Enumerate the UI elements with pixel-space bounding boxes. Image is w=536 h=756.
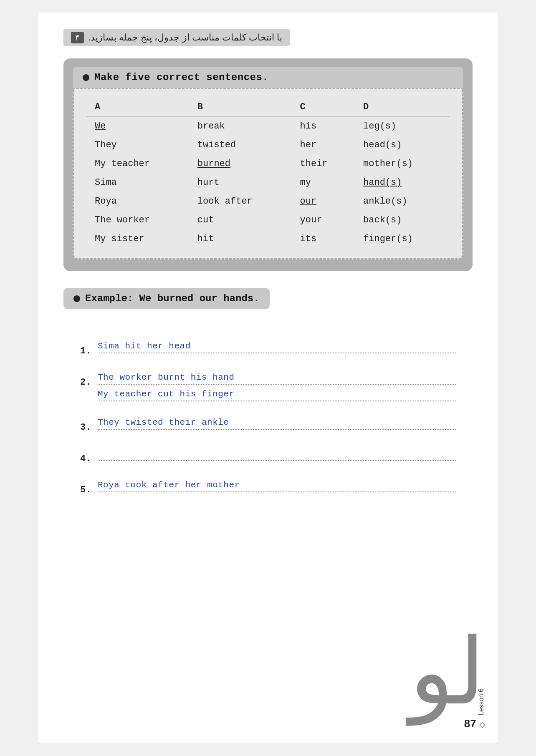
table-row: My teacherburnedtheirmother(s) (86, 154, 450, 173)
answer-line: My teacher cut his finger (98, 386, 456, 401)
bullet-dot-icon (83, 74, 89, 81)
table-card-header: Make five correct sentences. (73, 67, 463, 88)
answer-number: 3. (80, 415, 93, 433)
answer-text: Roya took after her mother (98, 480, 240, 490)
col-header-b: B (189, 98, 292, 117)
cell-c-6: its (292, 229, 355, 248)
answer-number: 4. (80, 446, 93, 464)
cell-d-2: mother(s) (355, 154, 450, 173)
cell-c-3: my (292, 173, 355, 192)
table-row: The workercutyourback(s) (86, 211, 450, 229)
cell-d-3: hand(s) (355, 173, 450, 192)
answer-text: My teacher cut his finger (98, 389, 235, 399)
instruction-box: با انتخاب کلمات مناسب از جدول، پنج جمله … (63, 29, 290, 46)
page-footer: Lesson 6 87 ◇ (464, 688, 485, 730)
answer-lines: Sima hit her head (98, 338, 456, 353)
cell-a-6: My sister (86, 229, 189, 248)
cell-b-0: break (189, 117, 292, 136)
table-row: My sisterhititsfinger(s) (86, 229, 450, 248)
answer-number: 1. (80, 338, 93, 356)
table-row: Royalook afterourankle(s) (86, 192, 450, 211)
cell-a-5: The worker (86, 211, 189, 229)
answer-lines (98, 446, 456, 461)
answer-text: The worker burnt his hand (98, 373, 235, 382)
answer-number: 2. (80, 370, 93, 388)
cell-b-3: hurt (189, 173, 292, 192)
cell-b-2: burned (189, 154, 292, 173)
col-header-d: D (355, 98, 450, 117)
cell-a-2: My teacher (86, 154, 189, 173)
cell-d-4: ankle(s) (355, 192, 450, 211)
answer-line: The worker burnt his hand (98, 370, 456, 385)
table-card-title: Make five correct sentences. (94, 72, 268, 83)
cell-c-1: her (292, 136, 355, 154)
cell-b-6: hit (189, 229, 292, 248)
answers-section: 1.Sima hit her head2.The worker burnt hi… (63, 338, 473, 495)
answer-item: 4. (80, 446, 456, 464)
col-header-c: C (292, 98, 355, 117)
page-number: 87 ◇ (464, 717, 485, 730)
answer-lines-double: The worker burnt his handMy teacher cut … (98, 370, 456, 401)
table-row: Webreakhisleg(s) (86, 117, 450, 136)
answer-lines: They twisted their ankle (98, 415, 456, 430)
example-bullet-icon (73, 295, 80, 302)
answer-text: They twisted their ankle (98, 418, 229, 427)
answer-line: Roya took after her mother (98, 477, 456, 492)
table-row: Theytwistedherhead(s) (86, 136, 450, 154)
col-header-a: A (86, 98, 189, 117)
table-card: Make five correct sentences. A B C D Web… (63, 58, 473, 271)
lesson-label: Lesson 6 (478, 688, 485, 716)
cell-c-2: their (292, 154, 355, 173)
answer-line: Sima hit her head (98, 338, 456, 353)
cell-c-5: your (292, 211, 355, 229)
cell-c-4: our (292, 192, 355, 211)
instruction-number: ۴ (71, 32, 84, 43)
answer-item: 5.Roya took after her mother (80, 477, 456, 495)
word-table: A B C D Webreakhisleg(s)Theytwistedherhe… (86, 98, 450, 248)
cell-a-4: Roya (86, 192, 189, 211)
cell-b-1: twisted (189, 136, 292, 154)
cell-a-1: They (86, 136, 189, 154)
table-wrapper: A B C D Webreakhisleg(s)Theytwistedherhe… (73, 88, 463, 260)
answer-item: 2.The worker burnt his handMy teacher cu… (80, 370, 456, 401)
table-row: Simahurtmyhand(s) (86, 173, 450, 192)
instruction-row: با انتخاب کلمات مناسب از جدول، پنج جمله … (63, 29, 473, 46)
cell-a-0: We (86, 117, 189, 136)
instruction-text: با انتخاب کلمات مناسب از جدول، پنج جمله … (88, 32, 282, 43)
cell-d-0: leg(s) (355, 117, 450, 136)
diamond-icon: ◇ (479, 721, 485, 729)
answer-line-blank (98, 446, 456, 461)
answer-item: 1.Sima hit her head (80, 338, 456, 356)
example-section: Example: We burned our hands. (63, 288, 473, 322)
example-title: Example: We burned our hands. (85, 293, 260, 304)
cell-d-5: back(s) (355, 211, 450, 229)
answer-line: They twisted their ankle (98, 415, 456, 430)
answer-item: 3.They twisted their ankle (80, 415, 456, 433)
cell-d-1: head(s) (355, 136, 450, 154)
table-header-row: A B C D (86, 98, 450, 117)
cell-a-3: Sima (86, 173, 189, 192)
answer-number: 5. (80, 477, 93, 495)
cell-b-4: look after (189, 192, 292, 211)
answer-text: Sima hit her head (98, 341, 191, 351)
example-header: Example: We burned our hands. (63, 288, 270, 309)
answer-lines: Roya took after her mother (98, 477, 456, 492)
cell-b-5: cut (189, 211, 292, 229)
cell-d-6: finger(s) (355, 229, 450, 248)
cell-c-0: his (292, 117, 355, 136)
